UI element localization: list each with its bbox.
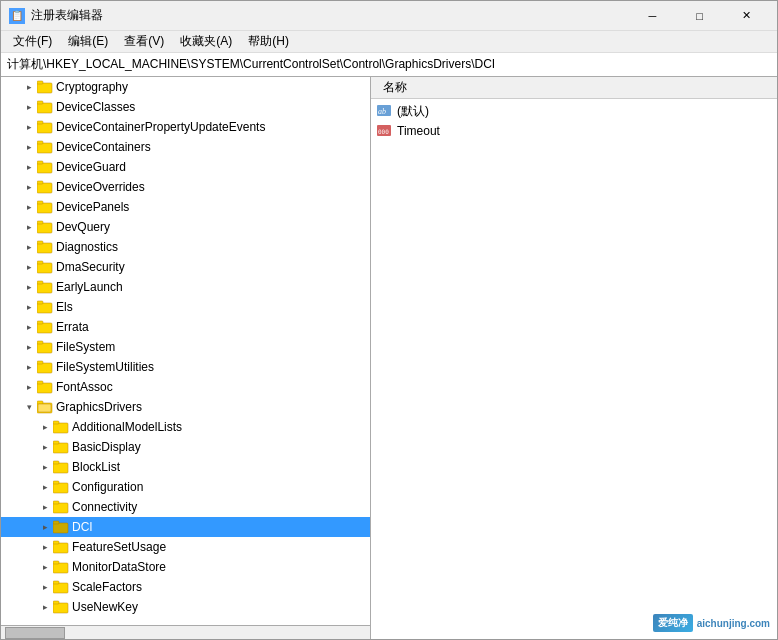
tree-item-blocklist[interactable]: ▸ BlockList — [1, 457, 370, 477]
tree-label-dci: DCI — [72, 520, 93, 534]
tree-label-filesystem: FileSystem — [56, 340, 115, 354]
expander-errata[interactable]: ▸ — [21, 319, 37, 335]
expander-devicepanels[interactable]: ▸ — [21, 199, 37, 215]
expander-additionalmodelists[interactable]: ▸ — [37, 419, 53, 435]
tree-item-cryptography[interactable]: ▸ Cryptography — [1, 77, 370, 97]
svg-rect-35 — [53, 423, 68, 433]
tree-item-graphicsdrivers[interactable]: ▾ GraphicsDrivers — [1, 397, 370, 417]
watermark-url: aichunjing.com — [697, 618, 770, 629]
address-bar: 计算机\HKEY_LOCAL_MACHINE\SYSTEM\CurrentCon… — [1, 53, 777, 77]
tree-scroll[interactable]: ▸ Cryptography▸ DeviceClasses▸ DeviceCon… — [1, 77, 370, 625]
svg-rect-28 — [37, 363, 52, 373]
expander-deviceclasses[interactable]: ▸ — [21, 99, 37, 115]
expander-configuration[interactable]: ▸ — [37, 479, 53, 495]
right-row-default[interactable]: ab (默认) — [373, 101, 775, 121]
svg-rect-46 — [53, 521, 59, 524]
expander-scalefactors[interactable]: ▸ — [37, 579, 53, 595]
tree-item-deviceclasses[interactable]: ▸ DeviceClasses — [1, 97, 370, 117]
tree-label-deviceclasses: DeviceClasses — [56, 100, 135, 114]
expander-blocklist[interactable]: ▸ — [37, 459, 53, 475]
tree-item-deviceguard[interactable]: ▸ DeviceGuard — [1, 157, 370, 177]
menu-edit[interactable]: 编辑(E) — [60, 31, 116, 52]
scrollbar-thumb[interactable] — [5, 627, 65, 639]
tree-label-fontassoc: FontAssoc — [56, 380, 113, 394]
registry-value-icon-timeout: 000 — [377, 123, 393, 139]
tree-item-dmasecurity[interactable]: ▸ DmaSecurity — [1, 257, 370, 277]
tree-item-diagnostics[interactable]: ▸ Diagnostics — [1, 237, 370, 257]
right-row-timeout[interactable]: 000 Timeout — [373, 121, 775, 141]
expander-cryptography[interactable]: ▸ — [21, 79, 37, 95]
folder-icon-dci — [53, 520, 69, 534]
expander-diagnostics[interactable]: ▸ — [21, 239, 37, 255]
svg-rect-15 — [37, 221, 43, 224]
right-row-label-default: (默认) — [397, 103, 429, 120]
svg-rect-51 — [53, 583, 68, 593]
tree-pane: ▸ Cryptography▸ DeviceClasses▸ DeviceCon… — [1, 77, 371, 639]
tree-item-dci[interactable]: ▸ DCI — [1, 517, 370, 537]
folder-icon-fontassoc — [37, 380, 53, 394]
svg-rect-52 — [53, 581, 59, 584]
svg-rect-31 — [37, 381, 43, 384]
tree-item-earlylaunch[interactable]: ▸ EarlyLaunch — [1, 277, 370, 297]
expander-filesystem[interactable]: ▸ — [21, 339, 37, 355]
horizontal-scrollbar[interactable] — [1, 625, 370, 639]
tree-item-devicecontainers[interactable]: ▸ DeviceContainers — [1, 137, 370, 157]
tree-item-els[interactable]: ▸ Els — [1, 297, 370, 317]
tree-item-configuration[interactable]: ▸ Configuration — [1, 477, 370, 497]
tree-item-usenewkey[interactable]: ▸ UseNewKey — [1, 597, 370, 617]
tree-item-deviceoverrides[interactable]: ▸ DeviceOverrides — [1, 177, 370, 197]
svg-rect-25 — [37, 321, 43, 324]
expander-usenewkey[interactable]: ▸ — [37, 599, 53, 615]
tree-item-filesystemutilities[interactable]: ▸ FileSystemUtilities — [1, 357, 370, 377]
svg-rect-26 — [37, 343, 52, 353]
expander-devquery[interactable]: ▸ — [21, 219, 37, 235]
tree-item-filesystem[interactable]: ▸ FileSystem — [1, 337, 370, 357]
tree-item-scalefactors[interactable]: ▸ ScaleFactors — [1, 577, 370, 597]
expander-els[interactable]: ▸ — [21, 299, 37, 315]
expander-filesystemutilities[interactable]: ▸ — [21, 359, 37, 375]
menu-file[interactable]: 文件(F) — [5, 31, 60, 52]
expander-graphicsdrivers[interactable]: ▾ — [21, 399, 37, 415]
expander-featuresetusage[interactable]: ▸ — [37, 539, 53, 555]
tree-item-devquery[interactable]: ▸ DevQuery — [1, 217, 370, 237]
expander-monitordatastore[interactable]: ▸ — [37, 559, 53, 575]
svg-rect-1 — [37, 81, 43, 84]
tree-item-additionalmodelists[interactable]: ▸ AdditionalModelLists — [1, 417, 370, 437]
minimize-button[interactable]: ─ — [630, 6, 675, 26]
folder-icon-devicecontainer — [37, 120, 53, 134]
expander-devicecontainer[interactable]: ▸ — [21, 119, 37, 135]
svg-text:000: 000 — [378, 128, 389, 135]
tree-label-graphicsdrivers: GraphicsDrivers — [56, 400, 142, 414]
tree-label-cryptography: Cryptography — [56, 80, 128, 94]
svg-rect-30 — [37, 383, 52, 393]
close-button[interactable]: ✕ — [724, 6, 769, 26]
expander-devicecontainers[interactable]: ▸ — [21, 139, 37, 155]
tree-item-fontassoc[interactable]: ▸ FontAssoc — [1, 377, 370, 397]
tree-item-devicepanels[interactable]: ▸ DevicePanels — [1, 197, 370, 217]
tree-item-connectivity[interactable]: ▸ Connectivity — [1, 497, 370, 517]
svg-rect-40 — [53, 461, 59, 464]
expander-connectivity[interactable]: ▸ — [37, 499, 53, 515]
expander-fontassoc[interactable]: ▸ — [21, 379, 37, 395]
tree-item-errata[interactable]: ▸ Errata — [1, 317, 370, 337]
tree-item-featuresetusage[interactable]: ▸ FeatureSetUsage — [1, 537, 370, 557]
maximize-button[interactable]: □ — [677, 6, 722, 26]
folder-icon-usenewkey — [53, 600, 69, 614]
menu-help[interactable]: 帮助(H) — [240, 31, 297, 52]
expander-deviceguard[interactable]: ▸ — [21, 159, 37, 175]
menu-favorites[interactable]: 收藏夹(A) — [172, 31, 240, 52]
folder-icon-configuration — [53, 480, 69, 494]
folder-icon-filesystemutilities — [37, 360, 53, 374]
tree-item-basicdisplay[interactable]: ▸ BasicDisplay — [1, 437, 370, 457]
svg-rect-13 — [37, 201, 43, 204]
expander-dmasecurity[interactable]: ▸ — [21, 259, 37, 275]
folder-icon-scalefactors — [53, 580, 69, 594]
svg-rect-4 — [37, 123, 52, 133]
expander-dci[interactable]: ▸ — [37, 519, 53, 535]
tree-item-devicecontainer[interactable]: ▸ DeviceContainerPropertyUpdateEvents — [1, 117, 370, 137]
tree-item-monitordatastore[interactable]: ▸ MonitorDataStore — [1, 557, 370, 577]
expander-earlylaunch[interactable]: ▸ — [21, 279, 37, 295]
expander-basicdisplay[interactable]: ▸ — [37, 439, 53, 455]
expander-deviceoverrides[interactable]: ▸ — [21, 179, 37, 195]
menu-view[interactable]: 查看(V) — [116, 31, 172, 52]
